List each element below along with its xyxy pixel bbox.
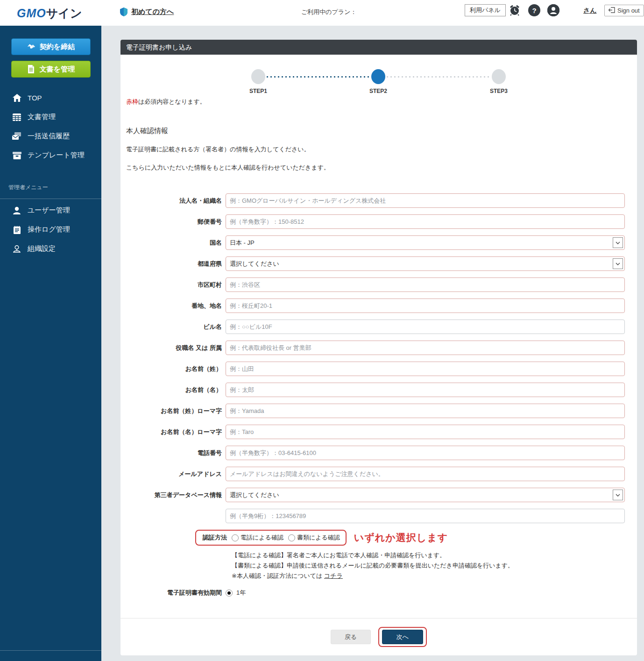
manage-documents-button[interactable]: 文書を管理 — [11, 61, 91, 78]
sidebar-item-organization-settings[interactable]: 組織設定 — [0, 239, 101, 258]
sidebar-bottom-divider — [0, 650, 101, 651]
field-label: 市区町村 — [120, 281, 226, 289]
select-country[interactable]: 日本 - JP — [226, 235, 625, 250]
form-field-row: 市区町村 — [120, 277, 637, 292]
home-icon — [12, 93, 21, 103]
field-label: お名前（姓）ローマ字 — [120, 407, 226, 415]
conclude-contract-button[interactable]: 契約を締結 — [11, 38, 91, 55]
form-field-row: お名前（名）ローマ字 — [120, 425, 637, 439]
input-last-name[interactable] — [226, 362, 625, 376]
chevron-down-icon — [613, 237, 623, 248]
main-content-card: 電子証明書お申し込み STEP1 STEP2 STEP3 赤枠は必須内容となりま… — [120, 40, 637, 655]
chevron-down-icon — [613, 258, 623, 269]
form-field-row: メールアドレス — [120, 467, 637, 481]
signout-label: Sign out — [617, 7, 640, 14]
auth-method-notes: 【電話による確認】署名者ご本人にお電話で本人確認・申請確認を行います。 【書類に… — [232, 550, 637, 581]
input-last-name-roman[interactable] — [226, 404, 625, 418]
select-value: 選択してください — [230, 491, 279, 499]
select-third-party-db[interactable]: 選択してください — [226, 488, 625, 502]
sidebar-nav: TOP 文書管理 一括送信履歴 テンプレート管理 — [0, 88, 101, 165]
radio-validity-1year[interactable]: 1年 — [226, 589, 246, 597]
sidebar-item-user-management[interactable]: ユーザー管理 — [0, 201, 101, 220]
radio-document-verification[interactable]: 書類による確認 — [288, 533, 340, 542]
back-button[interactable]: 戻る — [331, 630, 371, 644]
sidebar-item-bulk-send-history[interactable]: 一括送信履歴 — [0, 127, 101, 146]
next-button-annotation-box: 次へ — [378, 627, 427, 647]
sidebar-item-label: 操作ログ管理 — [28, 225, 70, 234]
form-field-row: お名前（名） — [120, 383, 637, 397]
select-prefecture[interactable]: 選択してください — [226, 256, 625, 271]
radio-circle-icon — [288, 534, 295, 541]
form-field-row: 郵便番号 — [120, 214, 637, 229]
step-indicator: STEP1 STEP2 STEP3 — [120, 55, 637, 96]
sidebar-item-label: TOP — [28, 94, 42, 102]
radio-phone-verification-label: 電話による確認 — [241, 533, 283, 542]
field-label: 役職名 又は 所属 — [120, 344, 226, 352]
page-title: 電子証明書お申し込み — [120, 40, 637, 55]
help-icon[interactable]: ? — [528, 4, 540, 16]
step-connector-active — [267, 76, 370, 78]
next-button[interactable]: 次へ — [382, 630, 423, 644]
sidebar-admin-nav: ユーザー管理 操作ログ管理 組織設定 — [0, 201, 101, 258]
signout-icon — [609, 7, 615, 14]
template-box-icon — [12, 151, 21, 160]
usage-panel-button[interactable]: 利用パネル — [465, 4, 506, 16]
user-icon — [12, 206, 21, 215]
signout-button[interactable]: Sign out — [604, 5, 644, 16]
sidebar: 契約を締結 文書を管理 TOP 文書管理 一括送信履歴 — [0, 26, 101, 661]
log-notepad-icon — [12, 225, 21, 235]
field-label: 第三者データベース情報 — [120, 491, 226, 499]
sidebar-divider — [0, 199, 101, 199]
account-icon[interactable] — [547, 4, 559, 16]
gmo-sign-logo[interactable]: GMOサイン — [17, 6, 82, 21]
alarm-icon[interactable] — [509, 4, 521, 16]
form-field-row: ビル名 — [120, 320, 637, 334]
logo-gmo-text: GMO — [17, 7, 46, 20]
form-field-row: お名前（姓）ローマ字 — [120, 404, 637, 418]
organization-icon — [12, 244, 21, 254]
field-label: 国名 — [120, 239, 226, 247]
input-city[interactable] — [226, 277, 625, 292]
user-name-link[interactable]: さん — [583, 7, 597, 15]
form-field-row: 役職名 又は 所属 — [120, 341, 637, 355]
document-verification-note: 【書類による確認】申請後に送信されるメールに記載の必要書類を提出いただき申請確認… — [232, 561, 637, 571]
radio-checked-icon — [226, 590, 233, 597]
step1-label: STEP1 — [240, 88, 277, 94]
field-label: 都道府県 — [120, 260, 226, 268]
input-postal-code[interactable] — [226, 214, 625, 229]
validity-value-label: 1年 — [236, 589, 246, 597]
beginner-link-label: 初めての方へ — [131, 7, 174, 16]
input-email-address[interactable] — [226, 467, 625, 481]
sidebar-item-documents[interactable]: 文書管理 — [0, 107, 101, 127]
bulk-send-icon — [12, 132, 21, 141]
input-phone-number[interactable] — [226, 446, 625, 460]
sidebar-item-label: ユーザー管理 — [28, 206, 70, 215]
input-first-name-roman[interactable] — [226, 425, 625, 439]
auth-method-row: 認証方法 電話による確認 書類による確認 いずれか選択します — [195, 530, 637, 546]
form-field-row: お名前（姓） — [120, 362, 637, 376]
field-label: お名前（姓） — [120, 365, 226, 373]
form-field-row: 国名 日本 - JP — [120, 235, 637, 250]
sidebar-item-label: 組織設定 — [28, 244, 56, 253]
field-label: ビル名 — [120, 323, 226, 331]
sidebar-item-top[interactable]: TOP — [0, 88, 101, 107]
input-third-party-db-number[interactable] — [226, 509, 625, 523]
verification-info-link[interactable]: コチラ — [324, 572, 343, 579]
form-footer: 戻る 次へ — [120, 618, 637, 655]
field-label: 電話番号 — [120, 449, 226, 457]
form-field-row: 法人名・組織名 — [120, 193, 637, 208]
input-street-address[interactable] — [226, 299, 625, 313]
input-first-name[interactable] — [226, 383, 625, 397]
top-header: GMOサイン 初めての方へ ご利用中のプラン： 利用パネル ? さん Sign … — [0, 0, 644, 26]
sidebar-item-template-management[interactable]: テンプレート管理 — [0, 146, 101, 165]
input-building-name[interactable] — [226, 320, 625, 334]
input-corporate-name[interactable] — [226, 193, 625, 208]
input-title-or-department[interactable] — [226, 341, 625, 355]
beginner-guide-link[interactable]: 初めての方へ — [119, 7, 174, 16]
field-label: 法人名・組織名 — [120, 197, 226, 205]
document-grid-icon — [12, 113, 21, 122]
radio-phone-verification[interactable]: 電話による確認 — [232, 533, 283, 542]
sidebar-item-operation-log[interactable]: 操作ログ管理 — [0, 220, 101, 239]
form-field-row: 都道府県 選択してください — [120, 256, 637, 271]
identity-form: 法人名・組織名 郵便番号 国名 日本 - JP 都道府県 選択してください 市区… — [120, 193, 637, 523]
